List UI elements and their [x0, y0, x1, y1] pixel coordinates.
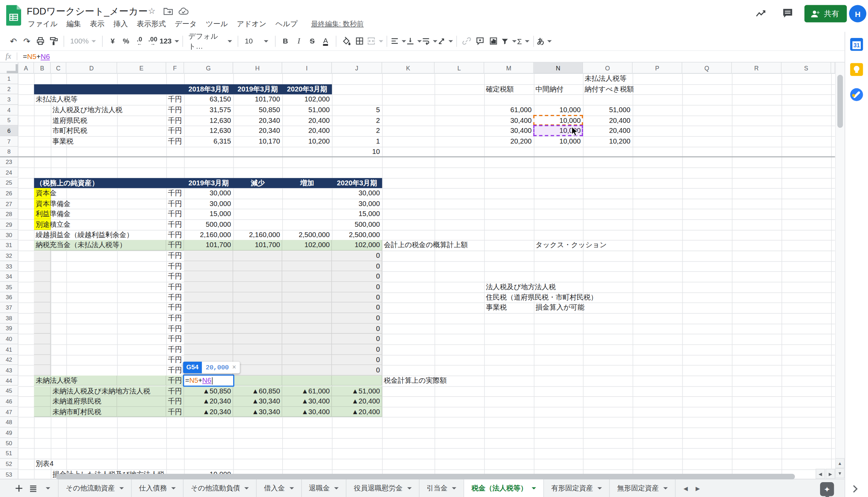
- grid-cell[interactable]: 千円: [166, 198, 184, 209]
- grid-cell[interactable]: 千円: [166, 323, 184, 334]
- row-header-53[interactable]: 53: [0, 469, 18, 479]
- filled-cell[interactable]: [184, 313, 233, 323]
- grid-cell[interactable]: 102,000: [282, 240, 332, 251]
- filled-cell[interactable]: [233, 323, 282, 334]
- row-header-48[interactable]: 48: [0, 417, 18, 428]
- filled-cell[interactable]: [332, 376, 382, 386]
- grid-cell[interactable]: タックス・クッション: [534, 240, 632, 251]
- column-header-D[interactable]: D: [66, 62, 117, 74]
- grid-cell[interactable]: 30,000: [332, 188, 382, 198]
- filled-cell[interactable]: [184, 251, 233, 261]
- filled-cell[interactable]: [282, 365, 332, 376]
- filled-cell[interactable]: [34, 334, 51, 344]
- grid-cell[interactable]: 30,400: [484, 115, 534, 126]
- italic-button[interactable]: I: [292, 34, 306, 48]
- row-header-8[interactable]: 8: [0, 147, 18, 157]
- column-header-Q[interactable]: Q: [682, 62, 732, 74]
- filled-cell[interactable]: [282, 251, 332, 261]
- grid-cell[interactable]: 20,400: [583, 126, 633, 136]
- grid-cell[interactable]: 12,630: [184, 126, 233, 136]
- text-rotation-icon[interactable]: [437, 34, 453, 48]
- grid-cell[interactable]: 千円: [166, 292, 184, 303]
- row-header-27[interactable]: 27: [0, 198, 18, 209]
- filled-cell[interactable]: [282, 261, 332, 271]
- row-header-39[interactable]: 39: [0, 323, 18, 334]
- grid-cell[interactable]: 2,160,000: [184, 230, 233, 240]
- grid-cell[interactable]: 資本金: [34, 188, 51, 198]
- grid-cell[interactable]: ▲30,400: [282, 407, 332, 417]
- row-header-28[interactable]: 28: [0, 209, 18, 219]
- grid-cell[interactable]: 千円: [166, 396, 184, 407]
- filled-cell[interactable]: [34, 271, 51, 282]
- document-title[interactable]: FDDワークシート_メーカー: [27, 5, 148, 18]
- collapse-panel-icon[interactable]: [848, 482, 862, 496]
- borders-icon[interactable]: [353, 34, 366, 48]
- filled-cell[interactable]: [233, 292, 282, 303]
- grid-cell[interactable]: 15,000: [332, 209, 382, 219]
- row-header-24[interactable]: 24: [0, 167, 18, 178]
- grid-cell[interactable]: 増加: [282, 178, 332, 188]
- format-currency-icon[interactable]: ¥: [106, 34, 119, 48]
- grid-cell[interactable]: 未納道府県民税: [51, 396, 166, 407]
- formula-preview-tooltip[interactable]: G5420,000×: [183, 362, 240, 373]
- filled-cell[interactable]: [233, 251, 282, 261]
- filled-cell[interactable]: [184, 303, 233, 313]
- sheet-list-caret-icon[interactable]: [46, 487, 50, 489]
- row-header-3[interactable]: 3: [0, 95, 18, 105]
- filled-cell[interactable]: [34, 251, 51, 261]
- hidden-rows-divider[interactable]: [0, 156, 835, 157]
- grid-cell[interactable]: 千円: [166, 126, 184, 136]
- grid-cell[interactable]: 20,400: [282, 115, 332, 126]
- sheet-tab[interactable]: 退職金: [302, 479, 346, 497]
- column-header-L[interactable]: L: [435, 62, 484, 74]
- avatar[interactable]: H: [849, 5, 866, 22]
- row-header-31[interactable]: 31: [0, 240, 18, 251]
- grid-cell[interactable]: 51,000: [583, 105, 633, 115]
- row-header-25[interactable]: 25: [0, 178, 18, 188]
- row-header-45[interactable]: 45: [0, 386, 18, 396]
- filled-cell[interactable]: [233, 282, 282, 292]
- grid-cell[interactable]: 中間納付: [534, 84, 583, 95]
- grid-cell[interactable]: 0: [332, 271, 382, 282]
- vertical-scrollbar-thumb[interactable]: [837, 75, 843, 128]
- grid-cell[interactable]: 0: [332, 313, 382, 323]
- menu-item[interactable]: 表示形式: [132, 17, 170, 31]
- grid-cell[interactable]: 20,200: [484, 136, 534, 146]
- sheet-tab[interactable]: その他流動資産: [58, 479, 132, 497]
- grid-cell[interactable]: 千円: [166, 220, 184, 230]
- filled-cell[interactable]: [34, 355, 51, 365]
- filled-cell[interactable]: [184, 271, 233, 282]
- sheet-tab[interactable]: 仕入債務: [132, 479, 184, 497]
- grid-cell[interactable]: 63,150: [184, 95, 233, 105]
- row-header-7[interactable]: 7: [0, 136, 18, 146]
- scroll-right-icon[interactable]: ▶: [826, 469, 835, 479]
- fill-color-icon[interactable]: [339, 34, 353, 48]
- grid-cell[interactable]: 千円: [166, 355, 184, 365]
- filled-cell[interactable]: [34, 313, 51, 323]
- grid-cell[interactable]: 確定税額: [484, 84, 534, 95]
- column-header-O[interactable]: O: [583, 62, 633, 74]
- grid-cell[interactable]: 500,000: [184, 220, 233, 230]
- grid-cell[interactable]: 未払法人税等: [583, 74, 682, 84]
- font-size-control[interactable]: 10: [241, 34, 272, 48]
- grid-cell[interactable]: 101,700: [233, 95, 282, 105]
- filled-cell[interactable]: [233, 261, 282, 271]
- grid-cell[interactable]: 10: [332, 147, 382, 157]
- undo-icon[interactable]: ↶: [7, 34, 20, 48]
- grid-cell[interactable]: 0: [332, 303, 382, 313]
- filled-cell[interactable]: [34, 292, 51, 303]
- filled-cell[interactable]: [282, 323, 332, 334]
- filled-cell[interactable]: [233, 271, 282, 282]
- grid-cell[interactable]: 事業税: [51, 136, 166, 146]
- grid-cell[interactable]: 20,400: [583, 115, 633, 126]
- row-header-1[interactable]: 1: [0, 74, 18, 84]
- grid-cell[interactable]: 101,700: [184, 240, 233, 251]
- sheet-tab[interactable]: その他流動負債: [184, 479, 257, 497]
- row-header-47[interactable]: 47: [0, 407, 18, 417]
- filled-cell[interactable]: [233, 344, 282, 355]
- decrease-decimal-icon[interactable]: .0←: [133, 34, 146, 48]
- more-formats-control[interactable]: 123: [159, 34, 179, 48]
- grid-cell[interactable]: 15,000: [184, 209, 233, 219]
- grid-cell[interactable]: 未納法人税及び未納地方法人税: [51, 386, 166, 396]
- functions-control[interactable]: Σ: [516, 34, 530, 48]
